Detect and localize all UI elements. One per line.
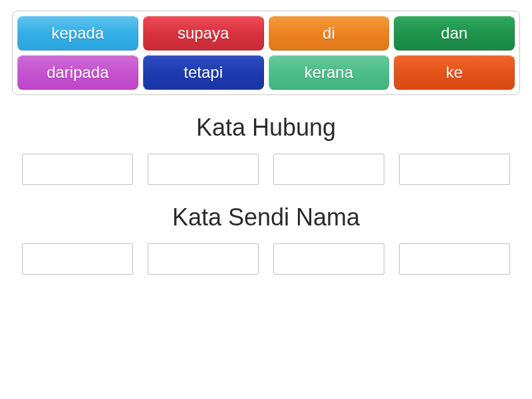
slot-row (0, 154, 532, 185)
word-tile[interactable]: kerana (269, 55, 390, 90)
tile-label: daripada (47, 63, 108, 82)
category-group: Kata Sendi Nama (0, 203, 532, 275)
word-tile[interactable]: ke (394, 55, 515, 90)
category-group: Kata Hubung (0, 114, 532, 185)
slot-row (0, 243, 532, 275)
word-tile[interactable]: dan (394, 16, 515, 51)
drop-slot[interactable] (148, 154, 259, 185)
word-bank: kepada supaya di dan daripada tetapi ker… (12, 11, 520, 95)
drop-slot[interactable] (273, 243, 384, 275)
tile-label: tetapi (184, 63, 223, 82)
tile-label: di (323, 24, 335, 43)
drop-slot[interactable] (148, 243, 259, 275)
drop-slot[interactable] (22, 154, 133, 185)
tile-label: ke (446, 63, 462, 82)
word-tile[interactable]: supaya (143, 16, 264, 51)
tile-label: kepada (52, 24, 104, 43)
drop-slot[interactable] (399, 243, 510, 275)
tile-label: dan (441, 24, 467, 43)
word-tile[interactable]: daripada (17, 55, 138, 90)
drop-slot[interactable] (399, 154, 510, 185)
drop-slot[interactable] (273, 154, 384, 185)
word-tile[interactable]: kepada (17, 16, 138, 51)
tile-label: supaya (178, 24, 229, 43)
tile-label: kerana (305, 63, 353, 82)
word-tile[interactable]: tetapi (143, 55, 264, 90)
category-title: Kata Hubung (0, 114, 532, 142)
category-title: Kata Sendi Nama (0, 203, 532, 231)
drop-slot[interactable] (22, 243, 133, 275)
word-tile[interactable]: di (269, 16, 390, 51)
